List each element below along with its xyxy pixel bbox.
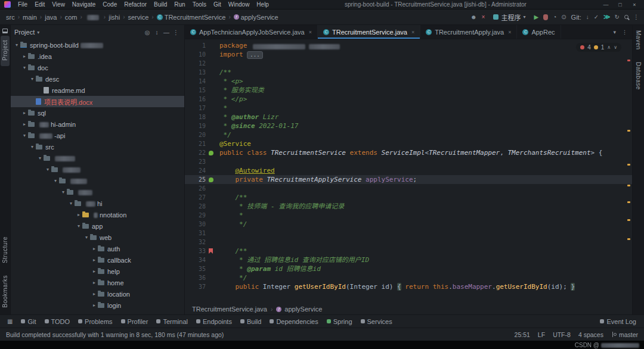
menu-refactor[interactable]: Refactor	[120, 0, 150, 10]
code-line-12[interactable]: 12	[185, 59, 632, 68]
git-push-button[interactable]: ≫	[603, 13, 610, 21]
close-icon[interactable]: ×	[411, 29, 414, 35]
close-button[interactable]: ×	[627, 0, 642, 10]
editor-tab-trecruitmentservice-java[interactable]: CTRecruitmentService.java×	[318, 25, 420, 39]
chevron-down-icon[interactable]: ▾	[67, 201, 75, 206]
more-options-button[interactable]: ⋮	[633, 14, 639, 20]
git-update-button[interactable]: ↓	[586, 14, 589, 20]
previous-issue-button[interactable]: ∧	[607, 45, 611, 50]
next-issue-button[interactable]: ∨	[614, 45, 617, 50]
chevron-right-icon[interactable]: ▸	[91, 257, 98, 263]
debug-button[interactable]	[543, 14, 548, 20]
code-line-36[interactable]: 36 */	[185, 273, 632, 282]
stripe-mark-icon[interactable]	[627, 60, 630, 61]
tree-item-callback[interactable]: ▸callback	[11, 254, 184, 266]
tree-item-src[interactable]: ▾src	[11, 141, 184, 152]
breadcrumb-service[interactable]: service	[127, 13, 150, 21]
chevron-down-icon[interactable]: ▾	[36, 155, 44, 161]
tree-item-redacted[interactable]: ▾	[11, 175, 184, 186]
status-25-51[interactable]: 25:51	[515, 331, 530, 338]
tree-item-web[interactable]: ▾web	[11, 232, 184, 243]
chevron-down-icon[interactable]: ▾	[13, 42, 20, 48]
toolwindow-button-problems[interactable]: Problems	[74, 317, 116, 326]
code-line-26[interactable]: 26	[185, 184, 632, 193]
chevron-down-icon[interactable]: ▾	[21, 133, 28, 138]
breadcrumb-redacted[interactable]	[84, 14, 102, 20]
code-line-17[interactable]: 17 *	[185, 104, 632, 113]
tree-item-redacted[interactable]: ▾	[11, 152, 184, 164]
chevron-right-icon[interactable]: ▸	[91, 303, 98, 308]
chevron-right-icon[interactable]: ▸	[91, 269, 98, 274]
menu-tools[interactable]: Tools	[189, 0, 210, 10]
status-utf-8[interactable]: UTF-8	[553, 331, 571, 338]
chevron-down-icon[interactable]: ▾	[37, 30, 39, 35]
stripe-mark-icon[interactable]	[627, 130, 630, 132]
breadcrumb-src[interactable]: src	[5, 13, 16, 21]
tree-item-help[interactable]: ▸help	[11, 266, 184, 277]
tree-item-redacted[interactable]: ▾	[11, 164, 184, 175]
tree-item-nnotation[interactable]: ▸nnotation	[11, 209, 184, 220]
toolwindow-switcher-icon[interactable]: ▦	[4, 318, 16, 325]
toolwindow-button-spring[interactable]: Spring	[323, 317, 357, 326]
breadcrumb-java[interactable]: java	[44, 13, 58, 21]
code-line-27[interactable]: 27 /**	[185, 193, 632, 202]
run-button[interactable]: ▶	[534, 14, 538, 20]
run-configuration-select[interactable]: 主程序 ▾	[490, 11, 529, 23]
editor-tab-apptechnicianapplyjobservice-java[interactable]: CAppTechnicianApplyJobService.java×	[185, 25, 318, 39]
chevron-right-icon[interactable]: ▸	[91, 246, 98, 251]
toolwindow-button-dependencies[interactable]: Dependencies	[265, 317, 322, 326]
menu-navigate[interactable]: Navigate	[69, 0, 99, 10]
menu-build[interactable]: Build	[150, 0, 171, 10]
menu-edit[interactable]: Edit	[31, 0, 48, 10]
stripe-mark-icon[interactable]	[627, 201, 630, 203]
expand-collapse-button[interactable]: ↕	[152, 29, 162, 36]
bookmark-icon[interactable]	[209, 248, 213, 254]
tree-item-desc[interactable]: ▾desc	[11, 73, 184, 85]
tree-item-hi-admin[interactable]: ▸hi-admin	[11, 119, 184, 130]
chevron-down-icon[interactable]: ▾	[52, 178, 59, 183]
tree-item-location[interactable]: ▸location	[11, 288, 184, 300]
code-with-me-users-icon[interactable]: ☻	[470, 14, 477, 20]
maximize-button[interactable]: □	[613, 0, 627, 10]
toolwindow-button-profiler[interactable]: Profiler	[117, 317, 153, 326]
tree-item-hi[interactable]: ▾hi	[11, 198, 184, 209]
chevron-right-icon[interactable]: ▸	[21, 121, 28, 127]
menu-help[interactable]: Help	[253, 0, 273, 10]
code-line-15[interactable]: 15 * 服务实现类	[185, 86, 632, 95]
tool-stripe-database[interactable]: Database	[634, 58, 643, 95]
close-icon[interactable]: ×	[309, 29, 312, 35]
editor-tab-trecruitmentapply-java[interactable]: CTRecruitmentApply.java×	[420, 25, 517, 39]
stripe-mark-icon[interactable]	[627, 238, 630, 240]
git-branch-widget[interactable]: master	[611, 331, 638, 338]
toolwindow-button-terminal[interactable]: Terminal	[152, 317, 192, 326]
tree-item-docx[interactable]: 项目表说明.docx	[11, 96, 184, 107]
chevron-right-icon[interactable]: ▸	[91, 280, 98, 285]
breadcrumb-main[interactable]: main	[21, 13, 38, 21]
code-line-34[interactable]: 34 * 通过 招聘信息id 查询对应店铺的用户ID	[185, 255, 632, 264]
tool-stripe-bookmarks[interactable]: Bookmarks	[1, 271, 10, 313]
status-4-spaces[interactable]: 4 spaces	[578, 331, 603, 338]
profiler-button[interactable]: ◔	[553, 14, 556, 20]
tree-item-readme-md[interactable]: readme.md	[11, 85, 184, 96]
code-line-23[interactable]: 23	[185, 157, 632, 166]
chevron-down-icon[interactable]: ▾	[75, 223, 82, 229]
tree-item-home[interactable]: ▸home	[11, 277, 184, 288]
close-icon[interactable]: ×	[508, 29, 511, 35]
tree-item-spring-boot-build[interactable]: ▾spring-boot-build	[11, 39, 184, 51]
status-message[interactable]: Build completed successfully with 1 warn…	[6, 331, 224, 338]
hide-panel-button[interactable]: —	[162, 29, 171, 36]
code-line-10[interactable]: 10import ...	[185, 50, 632, 59]
code-line-33[interactable]: 33 /**	[185, 247, 632, 255]
code-line-20[interactable]: 20 */	[185, 130, 632, 139]
code-line-29[interactable]: 29 *	[185, 211, 632, 220]
toolwindow-button-event-log[interactable]: Event Log	[596, 317, 640, 326]
tree-item-api[interactable]: ▾-api	[11, 130, 184, 141]
code-line-1[interactable]: 1package	[185, 41, 632, 50]
menu-code[interactable]: Code	[99, 0, 120, 10]
code-line-37[interactable]: 37 public Integer getUserIdById(Integer …	[185, 282, 632, 291]
tree-item-auth[interactable]: ▸auth	[11, 243, 184, 254]
toolwindow-button-todo[interactable]: TODO	[41, 317, 75, 326]
chevron-down-icon[interactable]: ▾	[60, 189, 67, 195]
code-line-31[interactable]: 31	[185, 229, 632, 238]
editor-tab-apprec[interactable]: CAppRec	[517, 25, 561, 39]
